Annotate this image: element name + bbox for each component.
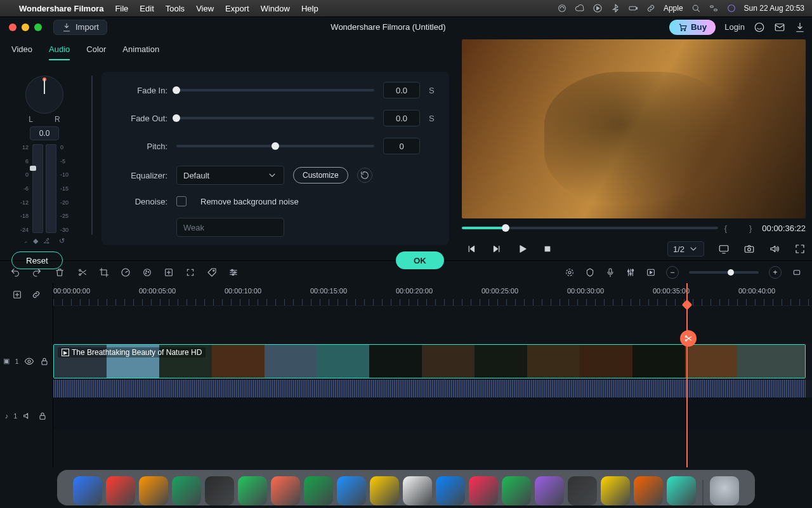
playhead[interactable] (686, 283, 688, 467)
messages-icon[interactable] (774, 22, 785, 33)
next-frame-button[interactable] (491, 243, 502, 255)
color-button[interactable] (142, 267, 152, 277)
fade-in-slider[interactable] (176, 89, 374, 91)
dock-app-0[interactable] (73, 476, 102, 505)
keyframe-nav[interactable]: ⦧◆⦨↺ (24, 237, 65, 245)
status-spotlight-icon[interactable] (691, 3, 701, 13)
volume-icon[interactable] (769, 243, 780, 255)
fade-out-value[interactable]: 0.0 (383, 110, 420, 126)
ok-button[interactable]: OK (396, 251, 444, 269)
dock-app-4[interactable] (205, 476, 234, 505)
dock-app-10[interactable] (403, 476, 432, 505)
pitch-slider[interactable] (176, 145, 374, 147)
equalizer-select[interactable]: Default (176, 166, 284, 185)
window-minimize[interactable] (22, 23, 29, 31)
eye-icon[interactable] (24, 356, 34, 366)
download-icon[interactable] (794, 22, 806, 33)
dock-app-2[interactable] (139, 476, 168, 505)
dock-app-16[interactable] (601, 476, 630, 505)
status-brand[interactable]: Apple (664, 4, 683, 13)
tab-animation[interactable]: Animation (122, 44, 159, 60)
zoom-fit-button[interactable] (792, 267, 802, 277)
tab-audio[interactable]: Audio (49, 44, 70, 60)
menu-view[interactable]: View (196, 4, 214, 13)
login-link[interactable]: Login (724, 22, 745, 32)
lock-icon[interactable] (37, 411, 48, 421)
audio-track-header[interactable]: ♪1 (0, 398, 53, 434)
status-datetime[interactable]: Sun 22 Aug 20:53 (744, 4, 804, 13)
menu-help[interactable]: Help (301, 4, 318, 13)
render-button[interactable] (565, 267, 575, 277)
status-bt-icon[interactable] (610, 3, 620, 13)
tag-button[interactable] (207, 267, 217, 277)
video-clip[interactable]: ▶The Breathtaking Beauty of Nature HD (53, 344, 806, 378)
dock-app-12[interactable] (469, 476, 498, 505)
pan-value[interactable]: 0.0 (30, 126, 60, 140)
status-sync-icon[interactable] (557, 3, 567, 13)
record-vo-button[interactable] (605, 267, 615, 277)
customize-button[interactable]: Customize (293, 167, 348, 184)
green-screen-button[interactable] (164, 267, 174, 277)
link-tracks-button[interactable] (31, 290, 41, 300)
zoom-slider[interactable] (689, 271, 759, 274)
import-button[interactable]: Import (53, 20, 107, 35)
crop-button[interactable] (99, 267, 109, 277)
dock-app-9[interactable] (370, 476, 399, 505)
dock-app-8[interactable] (337, 476, 366, 505)
redo-button[interactable] (32, 267, 42, 277)
undo-button[interactable] (10, 267, 20, 277)
dock-app-1[interactable] (106, 476, 135, 505)
timeline-ruler[interactable]: 00:00:00:0000:00:05:0000:00:10:0000:00:1… (53, 283, 812, 306)
video-track-row[interactable]: ▶The Breathtaking Beauty of Nature HD (53, 343, 812, 380)
tab-video[interactable]: Video (11, 44, 32, 60)
fade-out-slider[interactable] (176, 117, 374, 119)
dock-app-3[interactable] (172, 476, 201, 505)
media-button[interactable] (646, 267, 656, 277)
speed-button[interactable] (121, 267, 131, 277)
dock-app-13[interactable] (502, 476, 531, 505)
tab-color[interactable]: Color (86, 44, 106, 60)
menu-export[interactable]: Export (225, 4, 249, 13)
equalizer-reset-icon[interactable] (357, 168, 372, 183)
play-button[interactable] (516, 243, 528, 255)
speaker-icon[interactable] (22, 411, 32, 421)
clip-audio-waveform[interactable] (53, 380, 812, 398)
menu-tools[interactable]: Tools (166, 4, 185, 13)
dock-app-11[interactable] (436, 476, 465, 505)
window-close[interactable] (9, 23, 16, 31)
zoom-in-button[interactable]: + (769, 266, 782, 279)
preview-scrubber[interactable] (462, 227, 718, 229)
pitch-value[interactable]: 0 (383, 138, 420, 154)
dock-app-17[interactable] (634, 476, 663, 505)
dock-trash[interactable] (710, 476, 739, 505)
audio-track-row[interactable] (53, 398, 812, 429)
audio-mixer-button[interactable] (625, 267, 636, 277)
display-settings-icon[interactable] (718, 243, 730, 255)
dock-app-6[interactable] (271, 476, 300, 505)
range-braces[interactable]: { } (724, 224, 756, 233)
support-icon[interactable] (754, 22, 765, 33)
status-siri-icon[interactable] (726, 3, 737, 13)
split-playhead-button[interactable] (680, 330, 697, 347)
dock-app-7[interactable] (304, 476, 333, 505)
video-track-header[interactable]: ▣1 (0, 343, 53, 380)
status-cloud-icon[interactable] (575, 3, 585, 13)
status-link-icon[interactable] (646, 3, 656, 13)
app-name[interactable]: Wondershare Filmora (19, 4, 103, 13)
status-play-icon[interactable] (593, 3, 603, 13)
add-track-button[interactable] (12, 290, 22, 300)
marker-button[interactable] (585, 267, 595, 277)
menu-edit[interactable]: Edit (140, 4, 154, 13)
zoom-out-button[interactable]: − (666, 266, 679, 279)
playback-speed-select[interactable]: 1/2 (667, 241, 704, 257)
adjust-button[interactable] (228, 267, 239, 277)
split-button[interactable] (77, 267, 88, 277)
fullscreen-icon[interactable] (794, 243, 806, 255)
menu-window[interactable]: Window (261, 4, 290, 13)
menu-file[interactable]: File (115, 4, 128, 13)
denoise-strength-select[interactable]: Weak (176, 218, 284, 237)
fade-in-value[interactable]: 0.0 (383, 82, 420, 98)
status-battery-icon[interactable] (628, 3, 638, 13)
delete-button[interactable] (55, 267, 65, 277)
dock-app-15[interactable] (568, 476, 597, 505)
